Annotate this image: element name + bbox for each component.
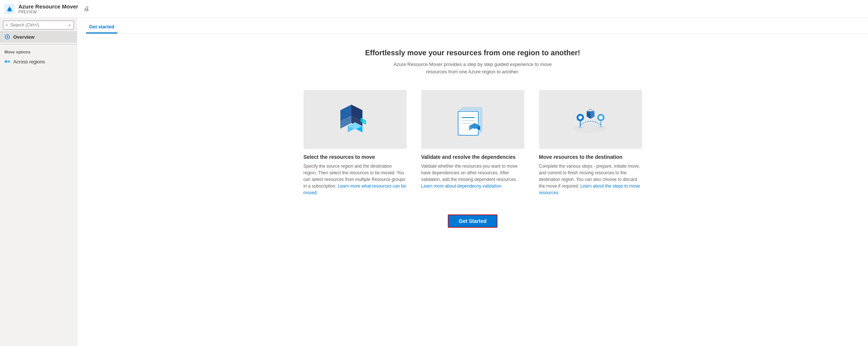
card-validate-deps-desc: Validate whether the resources you want … xyxy=(421,163,524,189)
app-subtitle: PREVIEW xyxy=(18,10,78,14)
card-select-resources: Select the resources to move Specify the… xyxy=(304,90,407,196)
sidebar-item-across-regions[interactable]: Across regions xyxy=(0,56,77,67)
svg-point-2 xyxy=(6,24,8,26)
print-icon[interactable]: 🖨 xyxy=(84,6,89,12)
get-started-button[interactable]: Get Started xyxy=(448,214,497,228)
cta-area: Get Started xyxy=(77,203,868,242)
card-select-resources-desc: Specify the source region and the destin… xyxy=(304,163,407,196)
svg-line-3 xyxy=(7,25,8,26)
tab-get-started[interactable]: Get started xyxy=(86,20,117,34)
tab-bar: Get started xyxy=(77,18,868,34)
card-move-resources-image xyxy=(539,90,642,149)
search-input[interactable] xyxy=(10,22,65,28)
svg-point-29 xyxy=(599,116,603,119)
cubes-illustration xyxy=(333,97,377,141)
main-layout: « Overview Move options Across regions G… xyxy=(0,18,868,346)
app-logo-icon xyxy=(4,4,15,14)
main-content: Get started Effortlessly move your resou… xyxy=(77,18,868,346)
svg-point-27 xyxy=(578,116,582,119)
sidebar-item-overview-label: Overview xyxy=(13,34,35,40)
card-validate-deps-link[interactable]: Learn more about dependecny validation. xyxy=(421,184,503,189)
sidebar-item-across-regions-label: Across regions xyxy=(13,59,45,64)
across-regions-icon xyxy=(4,59,10,64)
card-move-resources-title: Move resources to the destination xyxy=(539,154,642,160)
card-select-resources-title: Select the resources to move xyxy=(304,154,407,160)
card-validate-deps-title: Validate and resolve the dependencies xyxy=(421,154,524,160)
svg-point-25 xyxy=(574,124,607,133)
document-stack-illustration xyxy=(451,97,495,141)
hero-title: Effortlessly move your resources from on… xyxy=(85,49,861,57)
svg-rect-7 xyxy=(8,60,10,63)
card-validate-deps-image xyxy=(421,90,524,149)
svg-rect-6 xyxy=(5,60,7,63)
hero-subtitle: Azure Resource Mover provides a step by … xyxy=(385,61,561,75)
search-box[interactable]: « xyxy=(3,21,74,29)
sidebar-collapse-button[interactable]: « xyxy=(68,23,71,27)
card-move-resources: Move resources to the destination Comple… xyxy=(539,90,642,196)
sidebar: « Overview Move options Across regions xyxy=(0,18,77,346)
card-move-resources-desc: Complete the various steps - prepare, in… xyxy=(539,163,642,196)
card-validate-deps: Validate and resolve the dependencies Va… xyxy=(421,90,524,196)
map-pins-illustration xyxy=(568,97,613,141)
app-title: Azure Resource Mover xyxy=(18,3,78,10)
app-title-group: Azure Resource Mover PREVIEW xyxy=(18,3,78,14)
move-options-section-label: Move options xyxy=(0,44,77,56)
svg-point-1 xyxy=(8,8,11,11)
svg-point-5 xyxy=(7,36,8,38)
search-icon xyxy=(6,23,8,27)
hero-section: Effortlessly move your resources from on… xyxy=(77,34,868,83)
overview-icon xyxy=(4,34,10,40)
cards-section: Select the resources to move Specify the… xyxy=(77,83,868,203)
sidebar-item-overview[interactable]: Overview xyxy=(0,31,77,43)
top-bar: Azure Resource Mover PREVIEW 🖨 xyxy=(0,0,868,18)
card-select-resources-image xyxy=(304,90,407,149)
